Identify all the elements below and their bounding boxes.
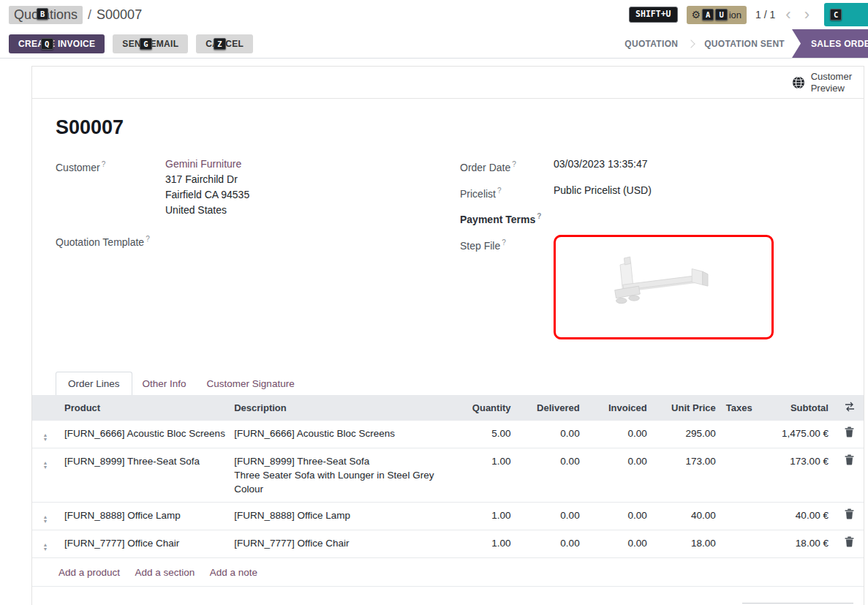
cell-unit-price[interactable]: 18.00 [654, 530, 723, 557]
step-file-image[interactable] [554, 235, 774, 339]
order-date-label: Order Date? [460, 157, 554, 176]
create-invoice-button[interactable]: CREATE INVOICE Q [9, 34, 105, 53]
drag-handle-icon[interactable]: ▲▼ [43, 543, 48, 552]
cell-quantity[interactable]: 5.00 [450, 421, 518, 448]
topbar-right-group: SHIFT+U ⚙ A U ion 1 / 1 ‹ › C [629, 3, 868, 26]
order-date-value[interactable]: 03/03/2023 13:35:47 [554, 157, 647, 176]
cell-taxes[interactable] [723, 530, 758, 557]
hotkey-badge-send-email: G [140, 38, 152, 50]
cell-invoiced: 0.00 [587, 530, 654, 557]
drag-handle-icon[interactable]: ▲▼ [43, 515, 48, 524]
globe-icon [792, 76, 805, 89]
customer-field-label: Customer? [56, 157, 165, 218]
cell-quantity[interactable]: 1.00 [450, 448, 518, 502]
table-row[interactable]: ▲▼ [FURN_6666] Acoustic Bloc Screens [FU… [32, 421, 864, 448]
help-icon: ? [146, 235, 150, 243]
cell-unit-price[interactable]: 295.00 [654, 421, 723, 448]
cell-invoiced: 0.00 [587, 502, 654, 530]
optional-columns-icon [845, 402, 855, 412]
delete-line-button[interactable] [845, 426, 854, 437]
table-row[interactable]: ▲▼ [FURN_8999] Three-Seat Sofa [FURN_899… [32, 448, 864, 502]
header-delivered[interactable]: Delivered [518, 395, 587, 421]
sheet-body: S00007 Customer? Gemini Furniture 317 Fa… [32, 116, 864, 347]
hotkey-badge-corner: C [830, 9, 842, 21]
header-product[interactable]: Product [59, 395, 231, 421]
trash-icon [845, 536, 854, 547]
cell-description[interactable]: [FURN_7777] Office Chair [231, 530, 450, 557]
quotation-template-label: Quotation Template? [56, 231, 165, 250]
header-quantity[interactable]: Quantity [450, 395, 518, 421]
help-icon: ? [497, 187, 502, 195]
header-invoiced[interactable]: Invoiced [587, 395, 654, 421]
order-lines-table: Product Description Quantity Delivered I… [32, 395, 864, 558]
header-subtotal[interactable]: Subtotal [758, 395, 836, 421]
stage-quotation-sent[interactable]: QUOTATION SENT [697, 29, 792, 58]
table-row[interactable]: ▲▼ [FURN_8888] Office Lamp [FURN_8888] O… [32, 502, 864, 530]
cell-product[interactable]: [FURN_8999] Three-Seat Sofa [59, 448, 231, 502]
corner-teal-button[interactable]: C [824, 3, 868, 26]
cell-product[interactable]: [FURN_7777] Office Chair [59, 530, 231, 557]
customer-field-value: Gemini Furniture 317 Fairchild Dr Fairfi… [165, 157, 249, 218]
cell-taxes[interactable] [723, 421, 758, 448]
pricelist-value[interactable]: Public Pricelist (USD) [554, 183, 652, 202]
header-unit-price[interactable]: Unit Price [654, 395, 723, 421]
delete-line-button[interactable] [845, 508, 854, 519]
cell-product[interactable]: [FURN_6666] Acoustic Bloc Screens [59, 421, 231, 448]
cell-quantity[interactable]: 1.00 [450, 502, 518, 530]
tab-other-info[interactable]: Other Info [132, 372, 197, 395]
header-description[interactable]: Description [231, 395, 450, 421]
payment-terms-field-row: Payment Terms? [460, 208, 840, 228]
cell-invoiced: 0.00 [587, 421, 654, 448]
address-line-3: United States [165, 203, 249, 218]
tab-order-lines[interactable]: Order Lines [56, 372, 132, 395]
tab-customer-signature[interactable]: Customer Signature [197, 372, 305, 395]
address-line-1: 317 Fairchild Dr [165, 172, 249, 187]
cell-product[interactable]: [FURN_8888] Office Lamp [59, 502, 231, 530]
add-a-note-link[interactable]: Add a note [210, 567, 257, 578]
optional-columns-button[interactable] [845, 402, 855, 412]
pager-previous-button[interactable]: ‹ [782, 7, 793, 23]
pager-count: 1 / 1 [755, 9, 775, 20]
quotation-template-field-row: Quotation Template? [56, 231, 460, 250]
drag-handle-icon[interactable]: ▲▼ [43, 433, 48, 442]
cell-description[interactable]: [FURN_8999] Three-Seat Sofa Three Seater… [231, 448, 450, 502]
cell-invoiced[interactable]: 0.00 [587, 448, 654, 502]
delete-line-button[interactable] [845, 536, 854, 547]
cell-unit-price[interactable]: 40.00 [654, 502, 723, 530]
delete-line-button[interactable] [845, 454, 854, 465]
header-taxes[interactable]: Taxes [723, 395, 758, 421]
chevron-left-icon: ‹ [785, 5, 790, 23]
order-date-field-row: Order Date? 03/03/2023 13:35:47 [460, 157, 840, 176]
table-header-row: Product Description Quantity Delivered I… [32, 395, 864, 421]
address-line-2: Fairfield CA 94535 [165, 187, 249, 203]
send-email-button[interactable]: SEND EMAIL G [113, 34, 188, 53]
customer-preview-button[interactable]: Customer Preview [792, 71, 852, 94]
cell-description[interactable]: [FURN_8888] Office Lamp [231, 502, 450, 530]
help-icon: ? [502, 238, 506, 247]
line-add-links: Add a product Add a section Add a note [32, 558, 864, 587]
header-options [836, 395, 864, 421]
pager-next-button[interactable]: › [801, 7, 812, 23]
hotkey-badge-cancel: Z [214, 38, 226, 50]
cell-taxes[interactable] [723, 502, 758, 530]
stage-sales-order[interactable]: SALES ORDER [792, 29, 868, 58]
trash-icon [845, 508, 854, 519]
table-row[interactable]: ▲▼ [FURN_7777] Office Chair [FURN_7777] … [32, 530, 864, 557]
cell-delivered[interactable]: 0.00 [518, 448, 587, 502]
cell-subtotal: 18.00 € [758, 530, 836, 557]
add-a-product-link[interactable]: Add a product [59, 567, 120, 578]
stage-quotation[interactable]: QUOTATION [617, 29, 685, 58]
drag-handle-icon[interactable]: ▲▼ [43, 461, 48, 470]
trash-icon [845, 426, 854, 437]
cell-unit-price[interactable]: 173.00 [654, 448, 723, 502]
pricelist-label: Pricelist? [460, 183, 554, 202]
cell-quantity[interactable]: 1.00 [450, 530, 518, 557]
cell-taxes[interactable] [723, 448, 758, 502]
add-a-section-link[interactable]: Add a section [135, 567, 195, 578]
cell-description[interactable]: [FURN_6666] Acoustic Bloc Screens [231, 421, 450, 448]
cancel-button[interactable]: CANCEL Z [196, 34, 253, 53]
customer-name-link[interactable]: Gemini Furniture [165, 158, 241, 170]
breadcrumb-separator: / [88, 7, 91, 23]
action-menu-button[interactable]: ⚙ A U ion [687, 6, 747, 24]
breadcrumb-current: S00007 [97, 7, 142, 23]
